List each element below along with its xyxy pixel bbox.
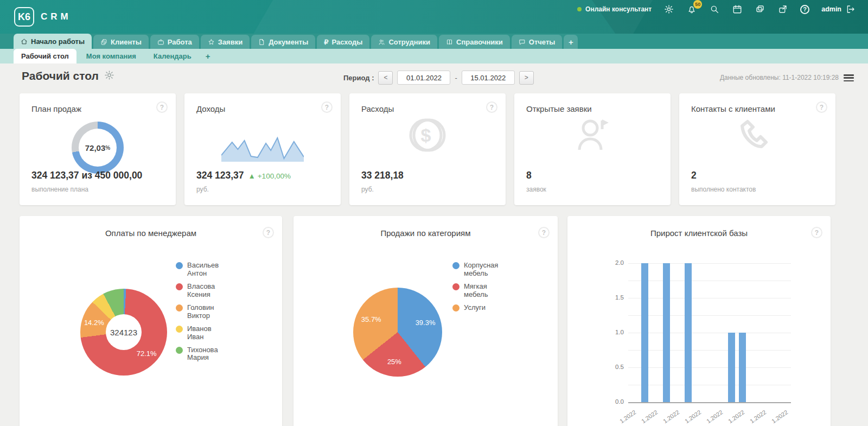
- add-subtab-button[interactable]: +: [201, 49, 215, 63]
- gridline: [628, 281, 791, 281]
- subnav-tab-1[interactable]: Рабочий стол: [14, 49, 76, 63]
- card-open-requests: Открытые заявки 8 заявок: [514, 93, 671, 205]
- nav-tab-label: Документы: [269, 38, 308, 46]
- legend-item[interactable]: Власова Ксения: [176, 283, 228, 299]
- bar: [663, 263, 670, 402]
- panel-sales-by-category: Продажи по категориям ? Корпусная мебель…: [293, 216, 558, 426]
- nav-tab-5[interactable]: Документы: [251, 35, 315, 49]
- help-icon[interactable]: ?: [263, 227, 274, 238]
- dashboard-settings-gear-icon[interactable]: [104, 70, 114, 82]
- period-prev-button[interactable]: <: [378, 71, 393, 85]
- logo-mark: K6: [14, 7, 34, 27]
- gear-icon[interactable]: [663, 4, 674, 15]
- gridline: [628, 315, 791, 316]
- x-axis-tick: 1.2022: [705, 409, 724, 424]
- nav-tab-4[interactable]: Заявки: [201, 35, 250, 49]
- help-icon[interactable]: ?: [156, 101, 168, 113]
- bell-icon[interactable]: 50: [686, 4, 697, 15]
- subnav-tab-2[interactable]: Моя компания: [79, 49, 144, 63]
- app-logo: K6 CRM: [14, 7, 72, 27]
- period-date-from-input[interactable]: [397, 71, 450, 85]
- report-icon: [519, 39, 526, 46]
- y-axis-tick: 0.0: [608, 398, 624, 405]
- online-status-dot: [577, 7, 582, 11]
- export-icon[interactable]: [777, 4, 788, 15]
- y-axis-tick: 0.5: [608, 364, 624, 370]
- card-subtitle: заявок: [526, 186, 546, 193]
- nav-tab-2[interactable]: Клиенты: [93, 35, 149, 49]
- help-icon[interactable]: ?: [321, 101, 333, 113]
- card-title: Контакты с клиентами: [691, 104, 824, 113]
- briefcase-icon: [157, 39, 164, 46]
- legend-item[interactable]: Васильев Антон: [176, 262, 228, 278]
- legend-label: Тихонова Мария: [187, 346, 228, 363]
- card-income: Доходы ? 324 123,37▲ +100,00% руб.: [184, 93, 341, 205]
- subnav-tab-3[interactable]: Календарь: [146, 49, 199, 63]
- search-icon[interactable]: [709, 4, 720, 15]
- slice-label: 14.2%: [84, 318, 104, 326]
- home-icon: [21, 38, 28, 45]
- period-next-button[interactable]: >: [519, 71, 534, 85]
- legend-label: Васильев Антон: [187, 262, 228, 278]
- logout-icon[interactable]: [845, 4, 856, 15]
- slice-label: 39.3%: [416, 319, 436, 327]
- slice-label: 35.7%: [361, 315, 381, 323]
- nav-tab-label: Справочники: [456, 38, 503, 46]
- x-axis-tick: 1.2022: [770, 409, 789, 424]
- income-sparkline: [221, 137, 304, 165]
- dashboard-menu-icon[interactable]: [844, 74, 854, 81]
- chat-icon[interactable]: [755, 4, 765, 15]
- legend-item[interactable]: Иванов Иван: [176, 325, 228, 341]
- period-date-to-input[interactable]: [462, 71, 515, 85]
- legend-color-dot: [176, 283, 183, 290]
- help-icon[interactable]: ?: [811, 227, 822, 238]
- categories-legend: Корпусная мебельМягкая мебельУслуги: [452, 262, 505, 312]
- legend-item[interactable]: Тихонова Мария: [176, 346, 228, 363]
- card-expenses: Расходы ? $ 33 218,18 руб.: [349, 93, 506, 205]
- legend-item[interactable]: Услуги: [452, 304, 505, 312]
- pie-chart-graphic: 39.3%25%35.7%: [353, 288, 442, 377]
- donut-center-value: 324123: [106, 314, 142, 350]
- add-tab-button[interactable]: +: [564, 35, 578, 49]
- calendar-icon[interactable]: [732, 4, 743, 15]
- online-consultant-status[interactable]: Онлайн консультант: [577, 5, 652, 13]
- sub-navigation: Рабочий столМоя компанияКалендарь+: [0, 49, 868, 63]
- help-icon[interactable]: ?: [486, 101, 497, 113]
- bar: [739, 333, 746, 402]
- nav-tab-9[interactable]: Отчеты: [512, 35, 563, 49]
- panel-payments-by-managers: Оплаты по менеджерам ? Васильев АнтонВла…: [20, 216, 282, 426]
- legend-item[interactable]: Головин Виктор: [176, 304, 228, 320]
- legend-color-dot: [452, 283, 459, 290]
- nav-tab-label: Заявки: [218, 38, 242, 46]
- gridline: [628, 333, 791, 333]
- x-axis-tick: 1.2022: [640, 409, 659, 424]
- help-icon[interactable]: ?: [538, 227, 550, 238]
- phone-icon: [679, 114, 835, 157]
- clients-icon: [100, 39, 107, 46]
- panel-title: Продажи по категориям: [293, 228, 558, 238]
- nav-tab-6[interactable]: ₽Расходы: [317, 35, 369, 49]
- gridline: [628, 263, 791, 264]
- dollar-coin-icon: $: [349, 114, 506, 156]
- help-icon[interactable]: ?: [816, 101, 827, 113]
- legend-item[interactable]: Мягкая мебель: [452, 283, 505, 299]
- nav-tab-label: Расходы: [332, 38, 363, 46]
- nav-tab-8[interactable]: Справочники: [439, 35, 510, 49]
- nav-tab-3[interactable]: Работа: [150, 35, 199, 49]
- card-value: 33 218,18: [361, 170, 404, 181]
- user-menu[interactable]: admin: [821, 4, 856, 15]
- help-icon[interactable]: ?: [800, 5, 809, 14]
- ruble-icon: ₽: [324, 39, 328, 46]
- bar: [641, 263, 648, 402]
- x-axis-tick: 1.2022: [662, 409, 680, 424]
- nav-tab-1[interactable]: Начало работы: [14, 34, 92, 49]
- legend-color-dot: [452, 304, 459, 311]
- donut-chart-graphic: 32412372.1%14.2%: [80, 289, 167, 376]
- nav-tab-7[interactable]: Сотрудники: [371, 35, 437, 49]
- book-icon: [446, 39, 453, 46]
- card-subtitle: выполнение плана: [31, 186, 88, 193]
- notification-count-badge: 50: [693, 0, 702, 9]
- logo-name: CRM: [41, 11, 72, 22]
- data-updated-text: Данные обновлены: 11-1-2022 10:19:28: [720, 74, 839, 81]
- legend-item[interactable]: Корпусная мебель: [452, 262, 505, 278]
